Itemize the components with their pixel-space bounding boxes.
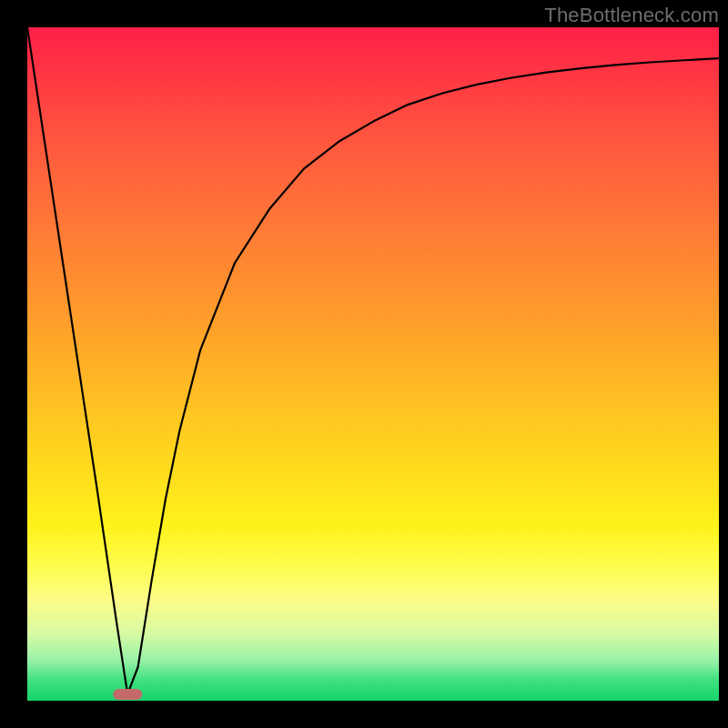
plot-area	[27, 27, 719, 701]
chart-frame: TheBottleneck.com	[0, 0, 728, 728]
bottleneck-curve-svg	[27, 27, 719, 701]
bottleneck-curve	[27, 27, 719, 694]
attribution-watermark: TheBottleneck.com	[544, 4, 719, 27]
optimal-marker	[113, 689, 142, 700]
